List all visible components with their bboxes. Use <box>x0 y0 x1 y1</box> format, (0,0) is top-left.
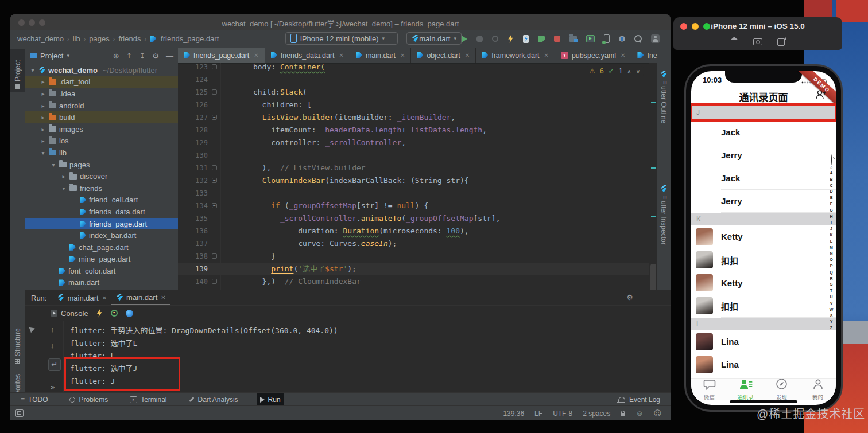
index-letter-P[interactable]: P <box>828 263 835 270</box>
code-line-134[interactable]: 134− if (_groupOffsetMap[str] != null) { <box>178 200 649 212</box>
run-config-selector[interactable]: main.dart ▾ <box>406 32 462 45</box>
index-letter-V[interactable]: V <box>828 301 835 307</box>
index-letter-U[interactable]: U <box>828 294 835 301</box>
index-letter-F[interactable]: F <box>828 201 835 208</box>
index-letter-D[interactable]: D <box>828 189 835 195</box>
settings-button[interactable]: ⚙ <box>152 52 159 60</box>
fold-marker-icon[interactable]: − <box>212 115 217 120</box>
device-manager-button[interactable] <box>604 34 610 43</box>
close-tab-icon[interactable]: ✕ <box>465 52 470 58</box>
code-line-124[interactable]: 124 <box>178 73 649 86</box>
settings-button[interactable]: ⚙ <box>626 293 633 302</box>
close-tab-icon[interactable]: ✕ <box>102 295 107 301</box>
editor-tab-pubspec.yaml[interactable]: Ypubspec.yaml✕ <box>555 48 632 63</box>
index-letter-T[interactable]: T <box>828 288 835 294</box>
profile-button[interactable] <box>492 36 498 42</box>
code-line-123[interactable]: 123− body: Container( <box>178 63 649 73</box>
tree-chevron-icon[interactable]: ▾ <box>51 162 56 168</box>
contact-row[interactable]: Ketty <box>691 225 836 248</box>
tree-chevron-icon[interactable]: ▾ <box>40 150 46 156</box>
editor-tab-friends_data.dart[interactable]: friends_data.dart✕ <box>265 48 350 63</box>
index-bar[interactable]: ☆ABCDEFGHIJKLMNOPQRSTUVWXYZ <box>828 155 835 331</box>
fold-marker-icon[interactable]: − <box>212 203 217 208</box>
run-button[interactable] <box>462 36 467 42</box>
index-letter-K[interactable]: K <box>828 232 835 239</box>
fold-marker-icon[interactable] <box>212 165 217 170</box>
attach-debugger-button[interactable] <box>538 36 545 42</box>
logcat-button[interactable] <box>586 35 595 42</box>
tab-通讯录[interactable]: 通讯录 <box>727 379 764 400</box>
breadcrumb-item[interactable]: pages <box>89 34 109 43</box>
index-letter-R[interactable]: R <box>828 276 835 282</box>
index-letter-E[interactable]: E <box>828 195 835 201</box>
tree-item-lib[interactable]: ▾lib <box>25 147 178 159</box>
contact-row[interactable]: Lina <box>691 330 836 353</box>
sad-face-icon[interactable]: ☹ <box>653 409 661 418</box>
fold-marker-icon[interactable] <box>212 279 217 284</box>
code-line-140[interactable]: 140 },) // CloumnIndexBar <box>178 275 649 288</box>
tree-chevron-icon[interactable]: ▸ <box>40 114 46 120</box>
debug-button[interactable] <box>476 36 483 42</box>
index-letter-W[interactable]: W <box>828 307 835 313</box>
tree-chevron-icon[interactable]: ▸ <box>40 103 46 109</box>
ide-titlebar[interactable]: wechat_demo [~/Desktop/flutter学习/wechat_… <box>10 14 671 31</box>
code-area[interactable]: 123− body: Container(124125− child:Stack… <box>178 63 649 290</box>
contact-row[interactable]: Lina <box>691 353 836 376</box>
tree-item-android[interactable]: ▸android <box>25 100 178 112</box>
tree-item-wechat_demo[interactable]: ▾wechat_demo~/Desktop/flutter <box>25 64 178 76</box>
close-tab-icon[interactable]: ✕ <box>254 52 258 58</box>
profile-avatar[interactable] <box>651 34 660 43</box>
tree-item-chat_page.dart[interactable]: chat_page.dart <box>25 241 178 253</box>
tree-chevron-icon[interactable]: ▾ <box>61 185 67 192</box>
contact-row[interactable]: 扣扣 <box>691 294 836 317</box>
editor-tab-frie[interactable]: frie▾ <box>631 48 657 63</box>
add-friend-button[interactable] <box>815 89 827 102</box>
tree-item-.idea[interactable]: ▸.idea <box>25 88 178 100</box>
code-line-130[interactable]: 130 <box>178 149 649 162</box>
caret-position[interactable]: 139:36 <box>503 409 524 418</box>
close-tab-icon[interactable]: ✕ <box>621 52 625 58</box>
fold-marker-icon[interactable]: − <box>212 64 217 69</box>
code-line-128[interactable]: 128 itemCount: _headerData.length+_listD… <box>178 124 649 136</box>
tree-item-build[interactable]: ▸build <box>25 111 178 123</box>
index-letter-I[interactable]: I <box>828 220 835 226</box>
index-letter-X[interactable]: X <box>828 313 835 319</box>
search-everywhere-button[interactable] <box>634 35 642 42</box>
editor-tab-main.dart[interactable]: main.dart✕ <box>350 48 412 63</box>
tree-chevron-icon[interactable]: ▸ <box>40 91 46 97</box>
contact-row[interactable]: Jerry <box>691 190 836 213</box>
sdk-manager-button[interactable] <box>619 36 625 42</box>
event-log-button[interactable]: Event Log <box>618 396 660 404</box>
fold-marker-icon[interactable]: − <box>212 178 217 183</box>
breadcrumb-item[interactable]: friends <box>118 34 141 43</box>
open-devtools-button[interactable] <box>126 310 133 317</box>
next-occurrence-button[interactable]: ↓ <box>51 341 55 350</box>
tree-chevron-icon[interactable]: ▾ <box>30 67 36 73</box>
home-indicator[interactable] <box>730 400 797 403</box>
run-tab-0[interactable]: main.dart✕ <box>52 290 111 305</box>
editor-tab-framework.dart[interactable]: framework.dart✕ <box>476 48 555 63</box>
index-letter-Y[interactable]: Y <box>828 319 835 325</box>
breadcrumb-item[interactable]: friends_page.dart <box>161 34 219 43</box>
line-separator[interactable]: LF <box>534 409 542 418</box>
indent-setting[interactable]: 2 spaces <box>583 409 610 418</box>
code-line-139[interactable]: 139 print('选中了$str'); <box>178 263 649 275</box>
index-search-icon[interactable] <box>831 154 832 165</box>
breadcrumb-item[interactable]: lib <box>73 34 80 43</box>
index-letter-S[interactable]: S <box>828 282 835 288</box>
tree-item-images[interactable]: ▸images <box>25 123 178 135</box>
error-stripe-scrollbar[interactable] <box>649 63 657 290</box>
tool-button-run[interactable]: Run <box>257 393 284 406</box>
index-letter-C[interactable]: C <box>828 183 835 189</box>
code-line-133[interactable]: 133 <box>178 187 649 200</box>
tree-item-main.dart[interactable]: main.dart <box>25 277 178 289</box>
tree-chevron-icon[interactable]: ▸ <box>61 173 67 180</box>
hot-reload-button[interactable] <box>96 309 103 318</box>
home-button[interactable] <box>731 40 738 45</box>
tree-item-friends_page.dart[interactable]: friends_page.dart <box>25 218 178 230</box>
close-tab-icon[interactable]: ✕ <box>400 52 405 58</box>
code-line-132[interactable]: 132− CloumnIndexBar(indexBarCallBack: (S… <box>178 174 649 187</box>
code-line-126[interactable]: 126 children: [ <box>178 99 649 111</box>
code-line-125[interactable]: 125− child:Stack( <box>178 86 649 99</box>
index-letter-Q[interactable]: Q <box>828 270 835 276</box>
